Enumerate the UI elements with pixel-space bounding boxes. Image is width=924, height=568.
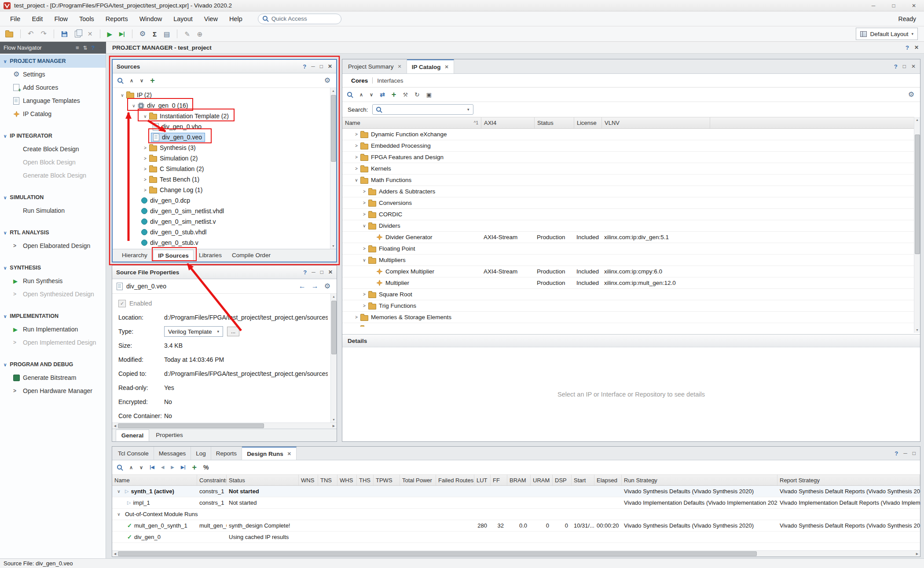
collapse-all-icon[interactable]: ∧ xyxy=(129,465,133,470)
column-header-tpws[interactable]: TPWS xyxy=(374,475,400,485)
scroll-up-icon[interactable]: ▲ xyxy=(914,117,920,123)
ip-catalog-row-cordic[interactable]: >CORDIC xyxy=(342,209,920,220)
column-header-vlnv[interactable]: VLNV xyxy=(602,117,710,128)
tree-expand-icon[interactable]: > xyxy=(360,246,368,251)
ip-catalog-row-trig-functions[interactable]: >Trig Functions xyxy=(342,300,920,312)
flownav-item-open-elaborated-design[interactable]: >Open Elaborated Design xyxy=(0,239,106,252)
close-icon[interactable]: ✕ xyxy=(287,451,291,457)
ip-catalog-row-fpga-features-and-design[interactable]: >FPGA Features and Design xyxy=(342,152,920,163)
flownav-item-add-sources[interactable]: Add Sources xyxy=(0,81,106,94)
maximize-icon[interactable]: □ xyxy=(903,64,906,69)
subtab-interfaces[interactable]: Interfaces xyxy=(373,77,407,84)
help-icon[interactable]: ? xyxy=(303,269,307,275)
sources-scrollbar[interactable]: ▲ ▼ xyxy=(330,88,336,249)
close-icon[interactable]: ✕ xyxy=(445,64,449,70)
source-tree-item-ip-2[interactable]: ∨IP (2) xyxy=(113,90,336,100)
tab-compile-order[interactable]: Compile Order xyxy=(227,250,275,262)
tab-ip-catalog[interactable]: IP Catalog✕ xyxy=(407,59,454,73)
percent-icon[interactable]: % xyxy=(203,464,209,470)
settings-gear-icon[interactable]: ⚙ xyxy=(139,30,146,37)
enabled-checkbox[interactable]: ✓ xyxy=(118,300,126,307)
tree-expand-icon[interactable]: > xyxy=(360,292,368,297)
scroll-down-icon[interactable]: ▼ xyxy=(331,417,337,422)
settings-gear-icon[interactable]: ⚙ xyxy=(324,283,330,290)
sources-settings-button[interactable]: ⚙ xyxy=(324,77,330,84)
column-header-ff[interactable]: FF xyxy=(491,475,507,485)
ip-catalog-row-square-root[interactable]: >Square Root xyxy=(342,289,920,300)
tree-collapse-icon[interactable]: ∨ xyxy=(360,223,368,228)
column-header-run-strategy[interactable]: Run Strategy xyxy=(622,475,777,485)
tree-expand-icon[interactable]: > xyxy=(141,156,149,161)
tree-expand-icon[interactable]: > xyxy=(352,143,360,148)
menu-item-reports[interactable]: Reports xyxy=(100,15,134,22)
tab-hierarchy[interactable]: Hierarchy xyxy=(116,250,153,262)
tab-tcl-console[interactable]: Tcl Console xyxy=(113,447,154,460)
maximize-icon[interactable]: □ xyxy=(320,269,323,275)
source-tree-item-change-log-1[interactable]: >Change Log (1) xyxy=(113,185,336,195)
scrollbar-thumb[interactable] xyxy=(118,423,264,428)
menu-item-layout[interactable]: Layout xyxy=(168,15,198,22)
scroll-down-icon[interactable]: ▼ xyxy=(914,327,920,333)
column-header-constraints[interactable]: Constraints xyxy=(197,475,227,485)
source-tree-item-simulation-2[interactable]: >Simulation (2) xyxy=(113,153,336,164)
filter-icon[interactable]: ≡ xyxy=(76,45,79,51)
tree-expand-icon[interactable]: > xyxy=(360,212,368,217)
save-icon[interactable] xyxy=(61,31,68,37)
scrollbar-thumb[interactable] xyxy=(915,135,920,254)
maximize-icon[interactable]: □ xyxy=(320,64,323,69)
tree-expand-icon[interactable]: > xyxy=(352,315,360,320)
flownav-item-settings[interactable]: ⚙Settings xyxy=(0,68,106,81)
tree-expand-icon[interactable]: > xyxy=(141,146,149,150)
scrollbar-thumb[interactable] xyxy=(331,301,337,354)
column-header-tns[interactable]: TNS xyxy=(318,475,337,485)
flownav-item-open-synthesized-design[interactable]: >Open Synthesized Design xyxy=(0,288,106,301)
column-header-license[interactable]: License xyxy=(574,117,602,128)
ip-catalog-row-dividers[interactable]: ∨Dividers xyxy=(342,220,920,232)
minimize-icon[interactable]: ─ xyxy=(903,451,907,456)
ip-catalog-row-memories-storage-elements[interactable]: >Memories & Storage Elements xyxy=(342,312,920,323)
source-tree-item-test-bench-1[interactable]: >Test Bench (1) xyxy=(113,174,336,185)
column-header-failed-routes[interactable]: Failed Routes xyxy=(436,475,474,485)
tree-expand-icon[interactable]: > xyxy=(141,167,149,171)
flownav-item-open-implemented-design[interactable]: >Open Implemented Design xyxy=(0,336,106,349)
tab-libraries[interactable]: Libraries xyxy=(194,250,227,262)
tab-ip-sources[interactable]: IP Sources xyxy=(153,250,194,262)
scroll-down-icon[interactable]: ▼ xyxy=(330,243,336,249)
tab-properties[interactable]: Properties xyxy=(149,430,190,441)
source-tree-item-div-gen-0-16[interactable]: ∨div_gen_0 (16) xyxy=(113,100,336,111)
flownav-item-create-block-design[interactable]: Create Block Design xyxy=(0,142,106,156)
column-header-report-strategy[interactable]: Report Strategy xyxy=(777,475,920,485)
maximize-icon[interactable]: □ xyxy=(913,451,916,456)
ip-catalog-row-floating-point[interactable]: >Floating Point xyxy=(342,243,920,255)
more-button[interactable]: ... xyxy=(227,327,239,336)
wrench-icon[interactable]: ⚒ xyxy=(403,92,408,98)
column-header-name[interactable]: Name^1 xyxy=(342,117,481,128)
expand-all-icon[interactable]: ∨ xyxy=(370,92,373,97)
close-icon[interactable]: ✕ xyxy=(328,64,332,69)
source-tree-item-div-gen-0-vho[interactable]: div_gen_0.vho xyxy=(113,121,336,132)
subtab-cores[interactable]: Cores xyxy=(347,77,372,84)
source-tree-item-c-simulation-2[interactable]: >C Simulation (2) xyxy=(113,164,336,174)
search-icon[interactable] xyxy=(347,92,353,98)
flownav-item-generate-bitstream[interactable]: Generate Bitstream xyxy=(0,371,106,384)
flownav-section-project-manager[interactable]: ∨PROJECT MANAGER xyxy=(0,55,106,68)
ip-catalog-row-dynamic-function-exchange[interactable]: >Dynamic Function eXchange xyxy=(342,129,920,140)
tree-expand-icon[interactable]: > xyxy=(352,155,360,160)
help-icon[interactable]: ? xyxy=(303,64,306,69)
ip-catalog-row-kernels[interactable]: >Kernels xyxy=(342,163,920,175)
scrollbar-thumb[interactable] xyxy=(331,95,336,162)
flownav-item-run-simulation[interactable]: Run Simulation xyxy=(0,204,106,217)
tree-expand-icon[interactable]: > xyxy=(352,166,360,171)
tree-expand-icon[interactable]: > xyxy=(352,132,360,137)
tab-log[interactable]: Log xyxy=(191,447,211,460)
settings-gear-icon[interactable]: ⚙ xyxy=(908,91,914,98)
design-run-row-synth-1-active[interactable]: ∨▷synth_1 (active)constrs_1Not startedVi… xyxy=(112,486,920,497)
flownav-item-ip-catalog[interactable]: IP Catalog xyxy=(0,107,106,120)
source-tree-item-div-gen-0-veo[interactable]: div_gen_0.veo xyxy=(113,132,336,142)
column-header-bram[interactable]: BRAM xyxy=(507,475,531,485)
step-back-icon[interactable]: ◀ xyxy=(161,465,165,470)
flownav-section-ip-integrator[interactable]: ∨IP INTEGRATOR xyxy=(0,129,106,142)
details-icon[interactable]: ▣ xyxy=(426,92,432,98)
ip-catalog-row-complex-multiplier[interactable]: Complex MultiplierAXI4-StreamProductionI… xyxy=(342,266,920,277)
tree-expand-icon[interactable]: > xyxy=(360,189,368,194)
